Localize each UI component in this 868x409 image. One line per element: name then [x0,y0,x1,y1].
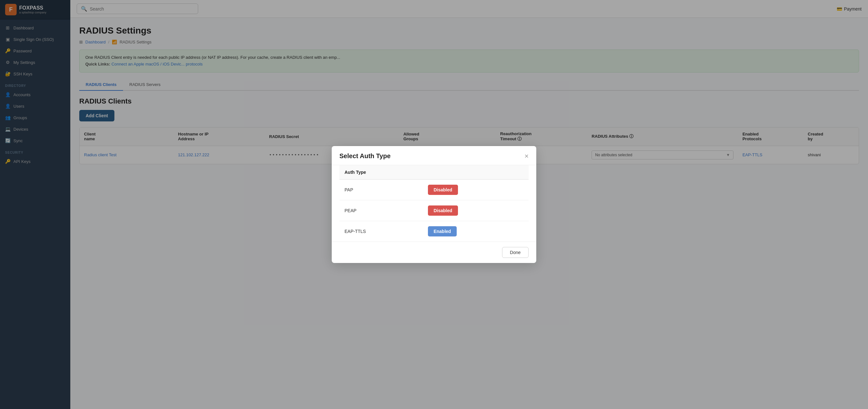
eap-ttls-status-button[interactable]: Enabled [428,226,457,237]
modal-overlay[interactable]: Select Auth Type × Auth Type PAP Disable… [0,0,868,409]
auth-type-table: Auth Type PAP Disabled PEAP Disabl [339,165,529,242]
auth-row-eap-ttls: EAP-TTLS Enabled [339,221,529,242]
auth-name-eap-ttls: EAP-TTLS [339,221,423,242]
done-button[interactable]: Done [502,247,529,258]
modal-close-button[interactable]: × [524,153,529,160]
pap-status-button[interactable]: Disabled [428,185,458,195]
auth-row-peap: PEAP Disabled [339,200,529,221]
select-auth-type-modal: Select Auth Type × Auth Type PAP Disable… [332,146,536,263]
auth-name-pap: PAP [339,180,423,200]
auth-status-pap: Disabled [423,180,529,200]
auth-status-header [423,165,529,180]
modal-footer: Done [332,242,536,263]
modal-body: Auth Type PAP Disabled PEAP Disabl [332,165,536,242]
peap-status-button[interactable]: Disabled [428,206,458,216]
modal-title: Select Auth Type [339,152,391,160]
auth-status-eap-ttls: Enabled [423,221,529,242]
modal-header: Select Auth Type × [332,146,536,165]
auth-name-peap: PEAP [339,200,423,221]
auth-status-peap: Disabled [423,200,529,221]
auth-table-header-row: Auth Type [339,165,529,180]
auth-row-pap: PAP Disabled [339,180,529,200]
auth-type-header: Auth Type [339,165,423,180]
